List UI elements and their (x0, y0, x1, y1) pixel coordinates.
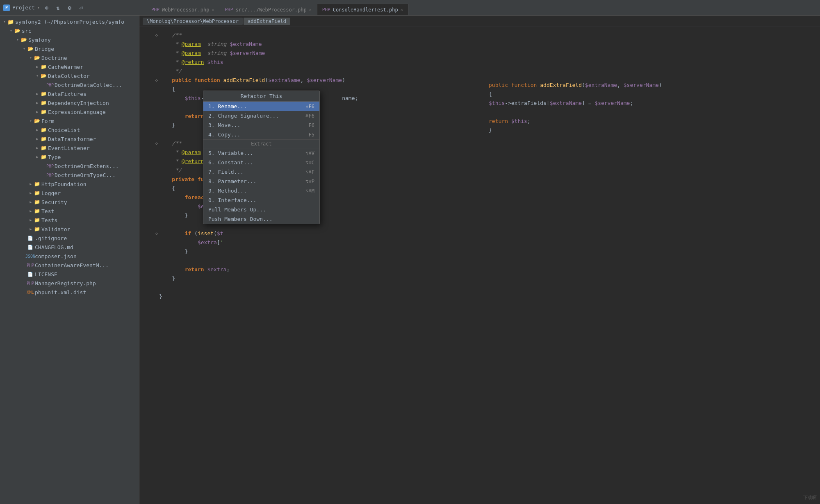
editor-area: \Monolog\Processor\WebProcessor addExtra… (139, 16, 820, 504)
popup-label-pushdown: Push Members Down... (208, 216, 273, 222)
popup-item-copy[interactable]: 4. Copy... F5 (203, 130, 319, 139)
sidebar-label-ddc: DoctrineDataCollec... (55, 82, 122, 88)
file-gitignore-icon: 📄 (27, 235, 34, 241)
php-icon: PHP (151, 7, 159, 12)
sidebar-item-validator[interactable]: ▶ 📁 Validator (0, 225, 139, 234)
sidebar-label-bridge: Bridge (35, 46, 54, 52)
arrow-explang: ▶ (34, 110, 40, 114)
tab-webprocessor[interactable]: PHP WebProcessor.php ✕ (146, 4, 220, 15)
sidebar-item-security[interactable]: ▶ 📁 Security (0, 198, 139, 207)
sidebar-label-gitignore: .gitignore (35, 235, 67, 241)
code-right-panel: public function addExtraField($extraName… (484, 80, 820, 138)
arrow-security: ▶ (28, 200, 34, 204)
sidebar-item-containeraware[interactable]: PHP ContainerAwareEventM... (0, 261, 139, 270)
sidebar-item-src[interactable]: ▾ 📂 src (0, 26, 139, 35)
tab-close2[interactable]: ✕ (309, 7, 312, 12)
sidebar-item-composer[interactable]: JSON composer.json (0, 252, 139, 261)
folder-datatransformer-icon: 📁 (40, 136, 47, 142)
code-line-25: } (139, 247, 820, 256)
code-line-3: * @param string $serverName (139, 48, 820, 57)
sidebar-item-httpfoundation[interactable]: ▶ 📁 HttpFoundation (0, 179, 139, 188)
popup-item-changesig[interactable]: 2. Change Signature... ⌘F6 (203, 111, 319, 120)
tab-close[interactable]: ✕ (212, 7, 214, 12)
sidebar-label-type: Type (48, 154, 61, 160)
sidebar-label-changelog: CHANGELOG.md (35, 244, 73, 250)
sidebar-label-explang: ExpressionLanguage (48, 109, 106, 115)
sidebar-item-license[interactable]: 📄 LICENSE (0, 270, 139, 279)
code-line-2: * @param string $extraName (139, 39, 820, 48)
popup-item-pushdown[interactable]: Push Members Down... (203, 214, 319, 224)
popup-item-variable[interactable]: 5. Variable... ⌥⌘V (203, 148, 319, 158)
title-bar: P Project ▾ ⊕ ⇅ ⚙ ⏎ PHP WebProcessor.php… (0, 0, 820, 16)
arrow-logger: ▶ (28, 191, 34, 195)
sidebar-item-depinj[interactable]: ▶ 📁 DependencyInjection (0, 98, 139, 107)
php-icon3: PHP (322, 7, 330, 12)
sidebar-item-phpunit[interactable]: XML phpunit.xml.dist (0, 288, 139, 297)
breadcrumb-segment-1[interactable]: \Monolog\Processor\WebProcessor (143, 18, 243, 25)
breadcrumb-segment-2[interactable]: addExtraField (244, 18, 290, 25)
tab-consolehandler[interactable]: PHP ConsoleHandlerTest.php ✕ (317, 4, 408, 15)
refactor-popup[interactable]: Refactor This 1. Rename... ⇧F6 2. Change… (203, 91, 320, 224)
settings-icon[interactable]: ⚙ (65, 3, 74, 12)
sidebar-item-tests[interactable]: ▶ 📁 Tests (0, 216, 139, 225)
sidebar-item-doctrinedatacollect[interactable]: PHP DoctrineDataCollec... (0, 80, 139, 89)
popup-item-interface[interactable]: 0. Interface... (203, 195, 319, 205)
sidebar-item-doctrine[interactable]: ▾ 📂 Doctrine (0, 53, 139, 62)
arrow-symfony: ▾ (15, 38, 20, 42)
popup-item-method[interactable]: 9. Method... ⌥⌘M (203, 186, 319, 195)
sidebar-label-symfony: Symfony (28, 37, 51, 43)
sidebar-item-logger[interactable]: ▶ 📁 Logger (0, 188, 139, 198)
sidebar-label-doctrine: Doctrine (41, 55, 67, 61)
sync-icon[interactable]: ⇅ (54, 3, 63, 12)
sidebar-item-symfony2[interactable]: ▾ 📁 symfony2 (~/PhpstormProjects/symfo (0, 17, 139, 26)
sidebar-label-security: Security (41, 199, 67, 205)
sidebar-item-explang[interactable]: ▶ 📁 ExpressionLanguage (0, 107, 139, 116)
sidebar-item-choicelist[interactable]: ▶ 📁 ChoiceList (0, 125, 139, 134)
sidebar-item-doctrineormextens[interactable]: PHP DoctrineOrmExtens... (0, 161, 139, 170)
sidebar-item-test[interactable]: ▶ 📁 Test (0, 207, 139, 216)
sidebar-item-doctrineormtypec[interactable]: PHP DoctrineOrmTypeC... (0, 170, 139, 179)
sidebar-item-symfony[interactable]: ▾ 📂 Symfony (0, 35, 139, 44)
jump-icon[interactable]: ⏎ (77, 3, 86, 12)
arrow-cachewarmer: ▶ (34, 65, 40, 69)
sidebar-item-form[interactable]: ▾ 📂 Form (0, 116, 139, 125)
arrow-type: ▶ (34, 155, 40, 159)
sidebar-item-eventlistener[interactable]: ▶ 📁 EventListener (0, 143, 139, 152)
popup-shortcut-copy: F5 (309, 132, 314, 138)
sidebar-item-gitignore[interactable]: 📄 .gitignore (0, 234, 139, 243)
popup-item-constant[interactable]: 6. Constant... ⌥⌘C (203, 158, 319, 167)
sidebar-item-type[interactable]: ▶ 📁 Type (0, 152, 139, 161)
arrow-choicelist: ▶ (34, 128, 40, 132)
popup-shortcut-variable: ⌥⌘V (305, 150, 314, 156)
sidebar-item-managerregistry[interactable]: PHP ManagerRegistry.php (0, 279, 139, 288)
sidebar-item-datacollector[interactable]: ▾ 📂 DataCollector (0, 71, 139, 80)
code-view[interactable]: ◇ /** * @param string $extraName * @para… (139, 27, 820, 504)
popup-label-constant: 6. Constant... (208, 159, 253, 166)
arrow-src: ▾ (8, 29, 14, 33)
tab-webprocessor2[interactable]: PHP src/.../WebProcessor.php ✕ (220, 4, 317, 15)
sidebar: ▾ 📁 symfony2 (~/PhpstormProjects/symfo ▾… (0, 16, 139, 504)
breadcrumb-bar: \Monolog\Processor\WebProcessor addExtra… (139, 16, 820, 27)
sidebar-label-phpunit: phpunit.xml.dist (35, 289, 86, 295)
add-icon[interactable]: ⊕ (42, 3, 51, 12)
file-managerregistry-icon: PHP (27, 280, 34, 286)
popup-item-field[interactable]: 7. Field... ⌥⌘F (203, 167, 319, 177)
popup-item-pullup[interactable]: Pull Members Up... (203, 205, 319, 214)
project-dropdown-arrow[interactable]: ▾ (37, 5, 40, 10)
popup-label-copy: 4. Copy... (208, 132, 240, 138)
popup-item-rename[interactable]: 1. Rename... ⇧F6 (203, 102, 319, 111)
tab-close3[interactable]: ✕ (401, 7, 403, 12)
sidebar-label-test: Test (41, 208, 54, 214)
popup-item-parameter[interactable]: 8. Parameter... ⌥⌘P (203, 177, 319, 186)
code-line-23: ◇ if (isset($t (139, 229, 820, 238)
sidebar-item-changelog[interactable]: 📄 CHANGELOG.md (0, 243, 139, 252)
sidebar-item-cachewarmer[interactable]: ▶ 📁 CacheWarmer (0, 62, 139, 71)
sidebar-item-bridge[interactable]: ▾ 📂 Bridge (0, 44, 139, 53)
sidebar-item-datatransformer[interactable]: ▶ 📁 DataTransformer (0, 134, 139, 143)
popup-title: Refactor This (203, 91, 319, 102)
popup-shortcut-constant: ⌥⌘C (305, 160, 314, 166)
arrow-depinj: ▶ (34, 101, 40, 105)
sidebar-item-datafixtures[interactable]: ▶ 📁 DataFixtures (0, 89, 139, 98)
popup-item-move[interactable]: 3. Move... F6 (203, 120, 319, 130)
file-phpunit-icon: XML (27, 289, 34, 295)
